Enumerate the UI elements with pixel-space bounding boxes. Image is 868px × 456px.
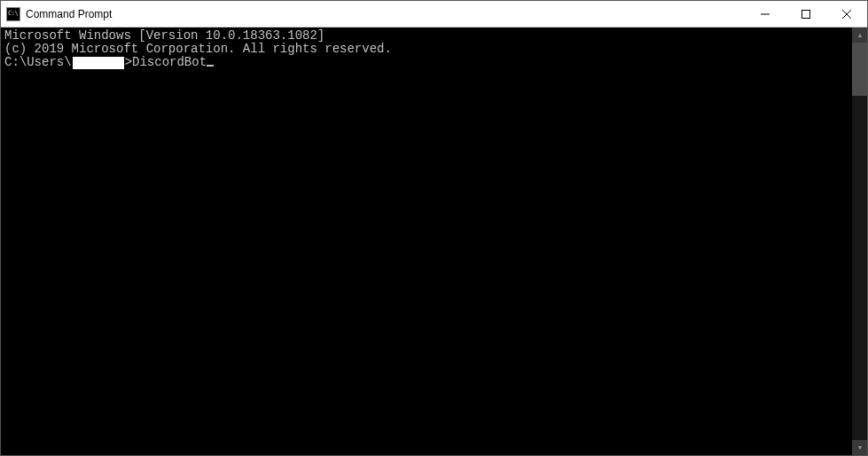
chevron-up-icon: ▴ <box>858 31 862 39</box>
cursor <box>207 65 214 67</box>
typed-command: DiscordBot <box>132 55 207 69</box>
window-controls <box>745 1 867 27</box>
titlebar[interactable]: C:\ Command Prompt <box>1 1 867 28</box>
prompt-line: C:\Users\>DiscordBot <box>4 56 848 69</box>
scroll-thumb[interactable] <box>852 43 867 96</box>
chevron-down-icon: ▾ <box>858 444 862 452</box>
version-line: Microsoft Windows [Version 10.0.18363.10… <box>4 29 848 43</box>
close-icon <box>842 10 851 19</box>
redacted-username <box>73 57 124 69</box>
prompt-prefix: C:\Users\ <box>4 55 72 69</box>
scroll-up-button[interactable]: ▴ <box>852 28 867 43</box>
close-button[interactable] <box>826 1 867 27</box>
svg-rect-1 <box>802 10 810 18</box>
scroll-down-button[interactable]: ▾ <box>852 440 867 455</box>
terminal-output[interactable]: Microsoft Windows [Version 10.0.18363.10… <box>1 28 852 455</box>
window-frame: C:\ Command Prompt Microsoft Windows [Ve… <box>0 0 868 456</box>
maximize-icon <box>802 10 810 19</box>
minimize-button[interactable] <box>745 1 786 27</box>
prompt-suffix: > <box>125 55 132 69</box>
client-area: Microsoft Windows [Version 10.0.18363.10… <box>1 28 867 455</box>
vertical-scrollbar[interactable]: ▴ ▾ <box>852 28 867 455</box>
minimize-icon <box>761 10 770 19</box>
app-icon: C:\ <box>6 7 20 21</box>
app-icon-text: C:\ <box>7 11 18 17</box>
copyright-line: (c) 2019 Microsoft Corporation. All righ… <box>4 43 848 56</box>
scroll-track[interactable] <box>852 43 867 440</box>
maximize-button[interactable] <box>786 1 826 27</box>
window-title: Command Prompt <box>26 8 112 20</box>
